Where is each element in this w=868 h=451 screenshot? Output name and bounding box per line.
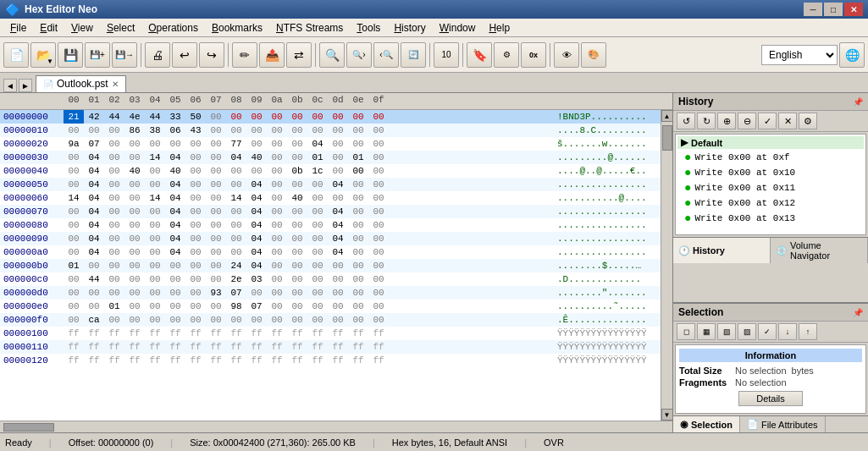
menu-window[interactable]: Window [433,20,483,36]
sel-btn-4[interactable]: ▨ [738,323,756,340]
menu-operations[interactable]: Operations [141,20,205,36]
hist-btn-6[interactable]: ✕ [778,113,797,129]
find-button[interactable]: 🔍 [319,42,345,68]
scroll-down-button[interactable]: ▼ [661,409,673,421]
table-row[interactable]: 00000040 00 04 00 40 00 40 00 00 00 00 0… [0,164,661,178]
globe-button[interactable]: 🌐 [839,42,865,68]
hex-button[interactable]: 0x [521,42,546,68]
hist-btn-3[interactable]: ⊕ [717,113,736,129]
pin-icon[interactable]: 📌 [853,97,863,107]
hist-btn-7[interactable]: ⚙ [799,113,817,129]
entry-icon: ● [684,212,691,225]
scroll-up-button[interactable]: ▲ [661,110,673,122]
revert-button[interactable]: ↩ [172,42,197,68]
menu-help[interactable]: Help [482,20,517,36]
table-row[interactable]: 00000080 00 04 00 00 00 04 00 00 00 04 0… [0,218,661,232]
scroll-track[interactable] [661,122,673,409]
patch-button[interactable]: ⚙ [494,42,519,68]
tab-outlook-pst[interactable]: 📄 Outlook.pst ✕ [36,75,126,92]
tab-close-button[interactable]: ✕ [112,80,119,89]
details-button[interactable]: Details [738,391,803,406]
print-button[interactable]: 🖨 [145,42,170,68]
hist-btn-1[interactable]: ↺ [677,113,695,129]
horizontal-scrollbar[interactable] [0,421,672,432]
menu-view[interactable]: View [64,20,100,36]
menu-bookmarks[interactable]: Bookmarks [205,20,269,36]
view-button[interactable]: 👁 [554,42,579,68]
table-row[interactable]: 000000f0 00 ca 00 00 00 00 00 00 00 00 0… [0,313,661,327]
redo-button[interactable]: ↪ [199,42,224,68]
tab-volume-navigator[interactable]: 💿 Volume Navigator [771,238,868,263]
open-button[interactable]: 📂▼ [30,42,56,68]
menu-file[interactable]: File [3,20,33,36]
list-item[interactable]: ● Write 0x00 at 0x13 [677,211,864,226]
sel-btn-7[interactable]: ↑ [799,323,817,340]
menu-ntfs[interactable]: NTFS Streams [269,20,350,36]
edit-button[interactable]: ✏ [232,42,257,68]
maximize-button[interactable]: □ [824,3,843,16]
tab-file-attributes[interactable]: 📄 File Attributes [740,416,826,432]
col-06: 06 [185,95,206,107]
table-row[interactable]: 000000b0 01 00 00 00 00 00 00 00 24 04 0… [0,259,661,272]
save-all-button[interactable]: 💾+ [85,42,110,68]
table-row[interactable]: 00000100 ff ff ff ff ff ff ff ff ff ff f… [0,327,661,340]
menu-tools[interactable]: Tools [350,20,387,36]
minimize-button[interactable]: ─ [804,3,822,16]
table-row[interactable]: 00000000 21 42 44 4e 44 33 50 00 00 00 0… [0,110,661,124]
tab-label: Outlook.pst [57,78,108,90]
list-item[interactable]: ● Write 0x00 at 0x12 [677,195,864,211]
table-row[interactable]: 000000a0 00 04 00 00 00 04 00 00 00 04 0… [0,245,661,259]
table-row[interactable]: 000000c0 00 44 00 00 00 00 00 00 2e 03 0… [0,272,661,286]
hscroll-thumb[interactable] [3,423,54,432]
sel-pin-icon[interactable]: 📌 [853,308,863,317]
language-select[interactable]: English German French [761,45,838,65]
save-button[interactable]: 💾 [58,42,83,68]
menu-history[interactable]: History [387,20,432,36]
right-panel: History 📌 ↺ ↻ ⊕ ⊖ ✓ ✕ ⚙ ▶ Default [673,93,868,432]
menu-select[interactable]: Select [100,20,141,36]
sel-btn-3[interactable]: ▧ [717,323,736,340]
tab-history[interactable]: 🕐 History [673,238,771,263]
close-button[interactable]: ✕ [844,3,863,16]
save-as-button[interactable]: 💾→ [112,42,137,68]
calc-button[interactable]: 10 [434,42,459,68]
export-button[interactable]: 📤 [259,42,285,68]
table-row[interactable]: 00000030 00 04 00 00 14 04 00 00 04 40 0… [0,151,661,164]
hist-btn-4[interactable]: ⊖ [738,113,756,129]
bookmark-button[interactable]: 🔖 [467,42,492,68]
paint-button[interactable]: 🎨 [581,42,606,68]
table-row[interactable]: 00000070 00 04 00 00 00 04 00 00 00 04 0… [0,205,661,218]
list-item[interactable]: ● Write 0x00 at 0xf [677,150,864,165]
table-row[interactable]: 00000020 9a 07 00 00 00 00 00 00 77 00 0… [0,137,661,151]
status-sep-3: | [373,437,375,448]
table-row[interactable]: 000000e0 00 00 01 00 00 00 00 00 98 07 0… [0,300,661,313]
table-row[interactable]: 000000d0 00 00 00 00 00 00 00 93 07 00 0… [0,286,661,300]
sel-btn-6[interactable]: ↓ [778,323,797,340]
compare-button[interactable]: ⇄ [286,42,312,68]
list-item[interactable]: ● Write 0x00 at 0x10 [677,165,864,180]
hist-btn-2[interactable]: ↻ [697,113,716,129]
table-row[interactable]: 00000010 00 00 00 86 38 06 43 00 00 00 0… [0,124,661,137]
table-row[interactable]: 00000110 ff ff ff ff ff ff ff ff ff ff f… [0,340,661,354]
new-button[interactable]: 📄 [3,42,29,68]
table-row[interactable]: 00000050 00 04 00 00 00 04 00 00 00 04 0… [0,178,661,191]
table-row[interactable]: 00000090 00 04 00 00 00 04 00 00 00 04 0… [0,232,661,245]
hex-content[interactable]: 00000000 21 42 44 4e 44 33 50 00 00 00 0… [0,110,661,421]
find-next-button[interactable]: 🔍› [346,42,372,68]
find-prev-button[interactable]: ‹🔍 [373,42,399,68]
sel-btn-1[interactable]: ◻ [677,323,695,340]
vertical-scrollbar[interactable]: ▲ ▼ [661,110,672,421]
replace-button[interactable]: 🔄 [401,42,426,68]
tab-selection[interactable]: ◉ Selection [673,416,740,432]
scroll-thumb[interactable] [662,125,672,151]
table-row[interactable]: 00000120 ff ff ff ff ff ff ff ff ff ff f… [0,354,661,367]
table-row[interactable]: 00000060 14 04 00 00 14 04 00 00 14 04 0… [0,191,661,205]
sel-btn-2[interactable]: ▦ [697,323,716,340]
tab-next[interactable]: ► [19,79,32,92]
menu-edit[interactable]: Edit [33,20,64,36]
list-item[interactable]: ● Write 0x00 at 0x11 [677,180,864,195]
sel-btn-5[interactable]: ✓ [758,323,777,340]
history-group-default[interactable]: ▶ Default [677,136,864,149]
tab-prev[interactable]: ◄ [3,79,17,92]
hist-btn-5[interactable]: ✓ [758,113,777,129]
